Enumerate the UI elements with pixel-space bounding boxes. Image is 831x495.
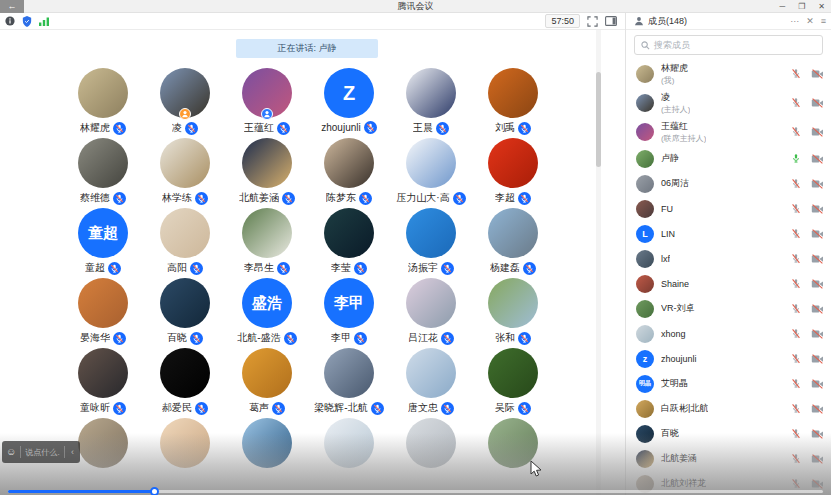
participant-tile[interactable] [308,418,390,488]
member-row[interactable]: lxf [626,246,831,271]
participant-tile[interactable] [226,418,308,488]
participant-tile[interactable]: 李超 [472,138,554,208]
member-row[interactable]: 明晶 艾明晶 [626,371,831,396]
chat-input[interactable]: 说点什么... [25,447,60,458]
close-icon[interactable]: ✕ [816,2,827,11]
participant-tile[interactable]: 凌 [144,68,226,138]
member-row[interactable]: 卢静 [626,146,831,171]
restore-icon[interactable]: ❐ [796,2,807,11]
participant-tile[interactable]: 王晨 [390,68,472,138]
layout-switch-icon[interactable] [605,16,617,26]
participant-tile[interactable]: 高阳 [144,208,226,278]
camera-off-icon[interactable] [811,329,824,339]
mic-off-icon[interactable] [790,203,802,215]
camera-off-icon[interactable] [811,204,824,214]
participant-tile[interactable] [472,418,554,488]
camera-off-icon[interactable] [811,254,824,264]
mic-off-icon[interactable] [790,453,802,465]
member-row[interactable]: 王蕴红 (联席主持人) [626,117,831,146]
mic-off-icon[interactable] [790,403,802,415]
info-icon[interactable] [5,16,15,26]
member-row[interactable]: L LIN [626,221,831,246]
participant-tile[interactable] [144,418,226,488]
camera-off-icon[interactable] [811,454,824,464]
mic-off-icon[interactable] [790,178,802,190]
participant-tile[interactable]: Z zhoujunli [308,68,390,138]
mic-off-icon[interactable] [790,253,802,265]
participant-tile[interactable]: 压力山大·高 [390,138,472,208]
camera-off-icon[interactable] [811,98,824,108]
participant-tile[interactable]: 北航姜涵 [226,138,308,208]
participant-tile[interactable]: 陈梦东 [308,138,390,208]
shield-security-icon[interactable] [22,16,32,27]
member-row[interactable]: VR-刘卓 [626,296,831,321]
camera-off-icon[interactable] [811,304,824,314]
mic-off-icon[interactable] [790,353,802,365]
camera-off-icon[interactable] [811,229,824,239]
network-signal-icon[interactable] [39,17,50,26]
mic-off-icon[interactable] [790,378,802,390]
progress-knob[interactable] [150,487,159,495]
participant-tile[interactable]: 杨建磊 [472,208,554,278]
participant-tile[interactable]: 百晓 [144,278,226,348]
member-row[interactable]: xhong [626,321,831,346]
mic-off-icon[interactable] [790,428,802,440]
camera-off-icon[interactable] [811,154,824,164]
participant-tile[interactable]: 李莹 [308,208,390,278]
participant-tile[interactable]: 林耀虎 [62,68,144,138]
participant-tile[interactable] [390,418,472,488]
participant-tile[interactable]: 梁晓辉-北航 [308,348,390,418]
participant-tile[interactable]: 刘禹 [472,68,554,138]
member-row[interactable]: z zhoujunli [626,346,831,371]
member-search-input[interactable]: 搜索成员 [634,35,823,55]
member-row[interactable]: 白跃彬|北航 [626,396,831,421]
participant-tile[interactable]: 张和 [472,278,554,348]
camera-off-icon[interactable] [811,354,824,364]
member-row[interactable]: 北航姜涵 [626,446,831,471]
participant-tile[interactable]: 李甲 李甲 [308,278,390,348]
emoji-icon[interactable]: ☺ [6,447,16,457]
camera-off-icon[interactable] [811,379,824,389]
panel-menu-icon[interactable]: ≡ [821,16,826,26]
participant-tile[interactable]: 汤振宇 [390,208,472,278]
participant-tile[interactable]: 盛浩 北航-盛浩 [226,278,308,348]
mic-active-icon[interactable] [790,153,802,165]
mic-off-icon[interactable] [790,328,802,340]
participant-tile[interactable]: 吕江花 [390,278,472,348]
member-row[interactable]: 06周洁 [626,171,831,196]
participant-tile[interactable]: 葛声 [226,348,308,418]
participant-tile[interactable]: 唐文忠 [390,348,472,418]
participant-tile[interactable]: 李昂生 [226,208,308,278]
participant-tile[interactable]: 吴际 [472,348,554,418]
camera-off-icon[interactable] [811,279,824,289]
member-row[interactable]: FU [626,196,831,221]
collapse-chat-icon[interactable]: ‹ [69,447,76,457]
member-row[interactable]: Shaine [626,271,831,296]
participant-tile[interactable]: 晏海华 [62,278,144,348]
member-row[interactable]: 百晓 [626,421,831,446]
participant-tile[interactable]: 王蕴红 [226,68,308,138]
mic-off-icon[interactable] [790,278,802,290]
mic-off-icon[interactable] [790,126,802,138]
fullscreen-icon[interactable] [587,16,598,27]
camera-off-icon[interactable] [811,179,824,189]
mic-off-icon[interactable] [790,97,802,109]
panel-close-icon[interactable]: ✕ [806,16,814,26]
participant-tile[interactable]: 童超 童超 [62,208,144,278]
member-row[interactable]: 凌 (主持人) [626,88,831,117]
camera-off-icon[interactable] [811,404,824,414]
participant-tile[interactable]: 蔡维德 [62,138,144,208]
gallery-scrollbar[interactable] [596,30,601,495]
camera-off-icon[interactable] [811,429,824,439]
member-row[interactable]: 林耀虎 (我) [626,59,831,88]
camera-off-icon[interactable] [811,69,824,79]
mic-off-icon[interactable] [790,478,802,490]
camera-off-icon[interactable] [811,479,824,489]
more-options-icon[interactable]: ··· [790,16,799,26]
participant-tile[interactable]: 童咏昕 [62,348,144,418]
mic-off-icon[interactable] [790,303,802,315]
gallery-scrollbar-thumb[interactable] [596,72,601,167]
participant-tile[interactable]: 郝爱民 [144,348,226,418]
minimize-icon[interactable]: ─ [777,2,787,11]
camera-off-icon[interactable] [811,127,824,137]
